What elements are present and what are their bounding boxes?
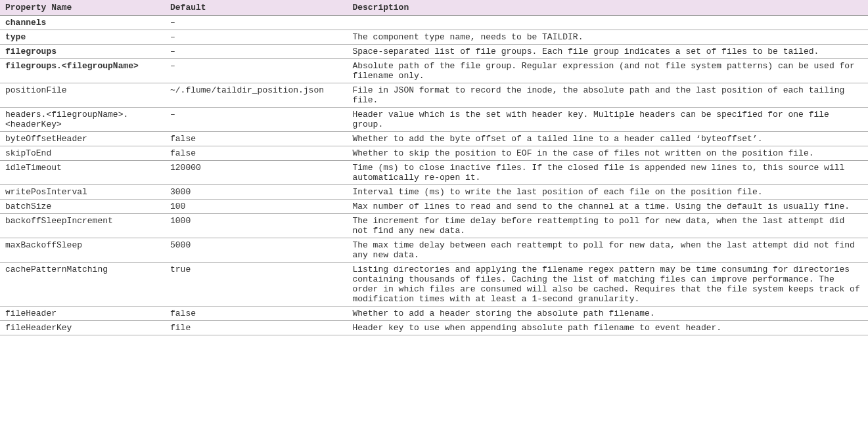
default-cell: false	[165, 132, 347, 146]
table-row: maxBackoffSleep5000The max time delay be…	[0, 238, 868, 263]
default-cell: 100	[165, 200, 347, 214]
description-cell: Whether to add a header storing the abso…	[347, 307, 868, 321]
table-row: fileHeaderfalseWhether to add a header s…	[0, 307, 868, 321]
table-header-row: Property Name Default Description	[0, 0, 868, 16]
table-row: idleTimeout120000Time (ms) to close inac…	[0, 161, 868, 185]
header-default: Default	[165, 0, 347, 16]
table-row: byteOffsetHeaderfalseWhether to add the …	[0, 132, 868, 146]
default-cell: 5000	[165, 238, 347, 263]
description-cell: Space-separated list of file groups. Eac…	[347, 45, 868, 59]
property-name-cell: fileHeaderKey	[0, 321, 165, 335]
default-cell: false	[165, 146, 347, 161]
property-name-cell: filegroups	[0, 45, 165, 59]
table-row: filegroups–Space-separated list of file …	[0, 45, 868, 59]
property-name-cell: positionFile	[0, 83, 165, 108]
default-cell: true	[165, 263, 347, 307]
table-row: skipToEndfalseWhether to skip the positi…	[0, 146, 868, 161]
default-cell: –	[165, 59, 347, 83]
default-cell: 3000	[165, 185, 347, 200]
property-name-cell: cachePatternMatching	[0, 263, 165, 307]
property-name-cell: byteOffsetHeader	[0, 132, 165, 146]
description-cell: Max number of lines to read and send to …	[347, 200, 868, 214]
description-cell: File in JSON format to record the inode,…	[347, 83, 868, 108]
property-name-cell: headers.<filegroupName>.<headerKey>	[0, 108, 165, 132]
property-name-cell: filegroups.<filegroupName>	[0, 59, 165, 83]
description-cell: The increment for time delay before reat…	[347, 214, 868, 238]
description-cell: Time (ms) to close inactive files. If th…	[347, 161, 868, 185]
table-row: backoffSleepIncrement1000The increment f…	[0, 214, 868, 238]
description-cell	[347, 16, 868, 30]
description-cell: Absolute path of the file group. Regular…	[347, 59, 868, 83]
default-cell: 120000	[165, 161, 347, 185]
table-row: positionFile~/.flume/taildir_position.js…	[0, 83, 868, 108]
property-name-cell: writePosInterval	[0, 185, 165, 200]
property-name-cell: channels	[0, 16, 165, 30]
description-cell: Listing directories and applying the fil…	[347, 263, 868, 307]
description-cell: The component type name, needs to be TAI…	[347, 30, 868, 45]
default-cell: 1000	[165, 214, 347, 238]
table-row: cachePatternMatchingtrueListing director…	[0, 263, 868, 307]
default-cell: –	[165, 108, 347, 132]
table-row: channels–	[0, 16, 868, 30]
property-name-cell: batchSize	[0, 200, 165, 214]
default-cell: –	[165, 16, 347, 30]
header-property-name: Property Name	[0, 0, 165, 16]
description-cell: The max time delay between each reattemp…	[347, 238, 868, 263]
property-name-cell: skipToEnd	[0, 146, 165, 161]
default-cell: false	[165, 307, 347, 321]
description-cell: Whether to skip the position to EOF in t…	[347, 146, 868, 161]
table-row: fileHeaderKeyfileHeader key to use when …	[0, 321, 868, 335]
header-description: Description	[347, 0, 868, 16]
properties-table: Property Name Default Description channe…	[0, 0, 868, 335]
table-row: filegroups.<filegroupName>–Absolute path…	[0, 59, 868, 83]
property-name-cell: fileHeader	[0, 307, 165, 321]
table-row: type–The component type name, needs to b…	[0, 30, 868, 45]
property-name-cell: type	[0, 30, 165, 45]
description-cell: Header value which is the set with heade…	[347, 108, 868, 132]
property-name-cell: maxBackoffSleep	[0, 238, 165, 263]
property-name-cell: backoffSleepIncrement	[0, 214, 165, 238]
table-row: batchSize100Max number of lines to read …	[0, 200, 868, 214]
default-cell: ~/.flume/taildir_position.json	[165, 83, 347, 108]
table-row: writePosInterval3000Interval time (ms) t…	[0, 185, 868, 200]
description-cell: Whether to add the byte offset of a tail…	[347, 132, 868, 146]
default-cell: –	[165, 45, 347, 59]
description-cell: Interval time (ms) to write the last pos…	[347, 185, 868, 200]
table-row: headers.<filegroupName>.<headerKey>–Head…	[0, 108, 868, 132]
default-cell: file	[165, 321, 347, 335]
description-cell: Header key to use when appending absolut…	[347, 321, 868, 335]
default-cell: –	[165, 30, 347, 45]
property-name-cell: idleTimeout	[0, 161, 165, 185]
